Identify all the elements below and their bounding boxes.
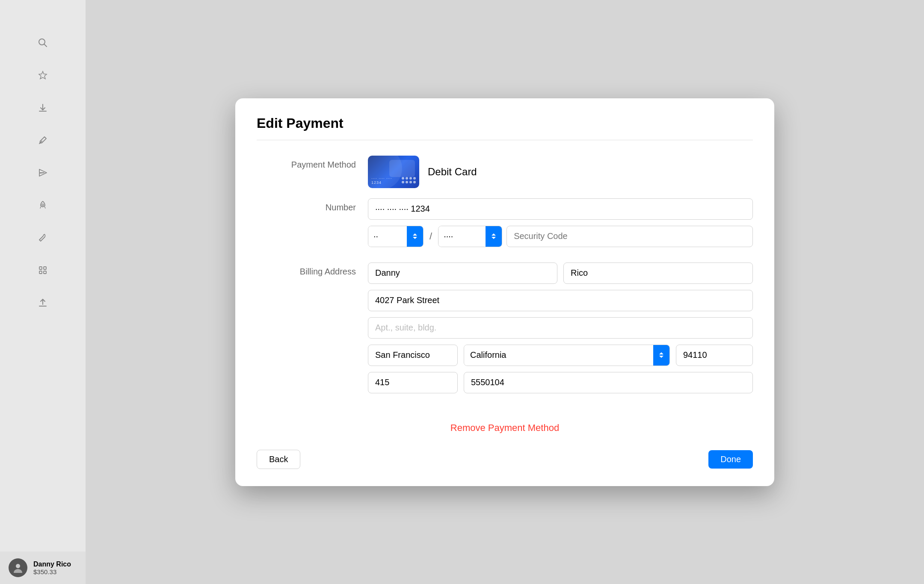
upload-icon[interactable] [34,294,51,311]
billing-address-label: Billing Address [257,263,368,277]
grid-icon[interactable] [34,262,51,279]
name-row [368,263,753,284]
area-code-input[interactable] [368,372,458,393]
rocket-icon[interactable] [34,197,51,214]
avatar [9,558,27,577]
sidebar [0,0,86,584]
page-title: Edit Payment [257,115,753,131]
search-icon[interactable] [34,34,51,51]
card-details: ···· ···· ···· 1234 [371,176,416,185]
user-info: Danny Rico $350.33 [33,560,71,575]
payment-method-fields: ···· ···· ···· 1234 [368,156,753,188]
svg-line-1 [44,44,47,47]
expiry-month-stepper[interactable] [407,226,423,247]
user-bar: Danny Rico $350.33 [0,552,86,584]
zip-input[interactable] [676,345,753,366]
state-group [464,345,670,366]
card-number-input[interactable] [368,198,753,220]
brush-icon[interactable] [34,132,51,149]
number-row: Number / [257,198,753,247]
expiry-year-stepper[interactable] [486,226,502,247]
billing-address-fields [368,263,753,393]
svg-rect-6 [44,267,46,269]
expiry-year-input[interactable] [438,226,486,247]
title-divider [257,140,753,140]
last-name-input[interactable] [563,263,753,284]
send-icon[interactable] [34,164,51,181]
slash-separator: / [428,231,434,242]
number-label: Number [257,198,368,212]
card-chip [402,177,416,183]
svg-rect-7 [39,271,42,274]
svg-point-10 [16,564,20,568]
main-area: Edit Payment Payment Method ···· ···· ··… [86,0,924,584]
billing-address-row: Billing Address [257,263,753,393]
first-name-input[interactable] [368,263,557,284]
card-type-label: Debit Card [428,166,477,178]
download-icon[interactable] [34,99,51,116]
star-icon[interactable] [34,67,51,84]
modal-footer: Back Done [257,437,753,469]
state-stepper[interactable] [653,345,669,366]
card-number-dots: ···· ···· ···· 1234 [371,176,402,185]
card-image: ···· ···· ···· 1234 [368,156,419,188]
user-name: Danny Rico [33,560,71,568]
back-button[interactable]: Back [257,450,300,469]
state-input[interactable] [464,345,653,366]
phone-row [368,372,753,393]
expiry-year-group [438,226,502,247]
remove-payment-button[interactable]: Remove Payment Method [447,419,563,437]
wrench-icon[interactable] [34,229,51,246]
apt-input[interactable] [368,317,753,339]
done-button[interactable]: Done [708,450,753,469]
remove-section: Remove Payment Method [257,410,753,437]
svg-point-4 [42,204,44,206]
svg-rect-8 [44,271,46,274]
svg-rect-5 [39,267,42,269]
expiry-month-group [368,226,424,247]
window-frame: Edit Payment Payment Method ···· ···· ··… [0,0,924,584]
security-code-input[interactable] [506,226,753,247]
expiry-month-input[interactable] [368,226,407,247]
payment-method-label: Payment Method [257,156,368,170]
phone-input[interactable] [464,372,753,393]
expiry-security-row: / [368,226,753,247]
svg-marker-2 [39,71,47,79]
number-fields: / [368,198,753,247]
city-input[interactable] [368,345,458,366]
city-state-zip-row [368,345,753,366]
payment-method-row: Payment Method ···· ···· ···· 1234 [257,156,753,188]
street-input[interactable] [368,290,753,311]
user-balance: $350.33 [33,568,71,575]
edit-payment-modal: Edit Payment Payment Method ···· ···· ··… [235,98,774,486]
payment-method-display: ···· ···· ···· 1234 [368,156,753,188]
